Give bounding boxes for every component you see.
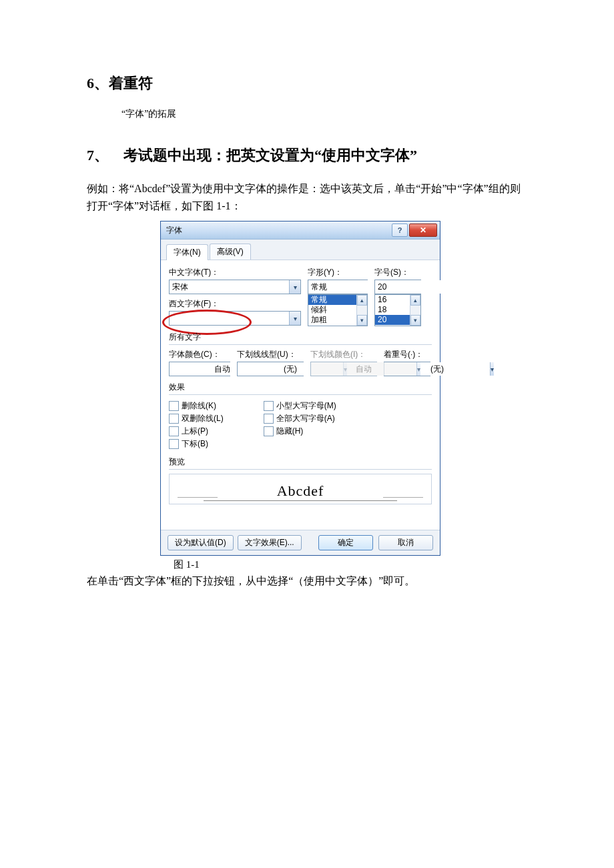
font-size-input-wrap[interactable] [374,280,421,294]
checkbox-label: 小型大写字母(M) [276,400,336,412]
figure-caption: 图 1-1 [174,558,440,571]
section-6-note: “字体”的拓展 [121,108,527,120]
chevron-down-icon[interactable]: ▾ [490,362,494,376]
checkbox-icon[interactable] [169,439,179,449]
heading-section-6: 6、着重符 [87,73,527,93]
label-font-color: 字体颜色(C)： [169,349,230,360]
cancel-button[interactable]: 取消 [378,535,433,550]
checkbox-icon[interactable] [264,414,274,424]
tab-font[interactable]: 字体(N) [166,244,208,260]
help-button[interactable]: ? [392,224,408,237]
font-style-listbox[interactable]: 常规 倾斜 加粗 ▴ ▾ [308,294,368,326]
tab-advanced[interactable]: 高级(V) [210,244,251,260]
label-western-font: 西文字体(F)： [169,298,301,310]
checkbox-icon[interactable] [169,414,179,424]
dialog-titlebar: 字体 ? ✕ [161,222,440,240]
checkbox-label: 全部大写字母(A) [276,413,335,424]
label-font-size: 字号(S)： [374,267,421,278]
checkbox-icon[interactable] [264,401,274,411]
divider [169,469,432,470]
western-font-combo[interactable]: ▾ [169,311,301,326]
font-size-listbox[interactable]: 16 18 20 ▴ ▾ [374,294,421,326]
preview-text: Abcdef [204,482,398,501]
checkbox-label: 删除线(K) [182,400,216,412]
label-emphasis-mark: 着重号(·)： [384,349,430,360]
underline-color-input [311,362,416,376]
label-font-style: 字形(Y)： [308,267,368,278]
divider [169,394,432,395]
underline-color-combo[interactable]: ▾ [310,362,377,376]
western-font-input[interactable] [170,312,289,325]
checkbox-superscript[interactable]: 上标(P) [169,426,224,437]
checkbox-hidden[interactable]: 隐藏(H) [264,426,336,437]
close-button[interactable]: ✕ [409,224,437,237]
group-all-text: 所有文字 [169,332,201,342]
label-underline-color: 下划线颜色(I)： [310,349,377,360]
preview-box: Abcdef [169,474,432,504]
paragraph-intro: 例如：将“Abcdef”设置为使用中文字体的操作是：选中该英文后，单击“开始”中… [87,180,527,214]
font-dialog: 字体 ? ✕ 字体(N) 高级(V) 中文字体(T)： ▾ [160,221,440,556]
set-default-button[interactable]: 设为默认值(D) [168,535,234,550]
checkbox-icon[interactable] [169,401,179,411]
group-effects: 效果 [169,382,185,392]
heading-section-7: 7、 考试题中出现：把英文设置为“使用中文字体” [87,145,527,165]
chevron-down-icon[interactable]: ▾ [289,280,300,294]
paragraph-after: 在单击“西文字体”框的下拉按钮，从中选择“（使用中文字体）”即可。 [87,572,527,590]
chevron-down-icon: ▾ [416,362,420,376]
scroll-up-icon[interactable]: ▴ [357,295,367,306]
scroll-down-icon[interactable]: ▾ [357,315,367,326]
checkbox-strikethrough[interactable]: 删除线(K) [169,400,224,412]
label-chinese-font: 中文字体(T)： [169,267,301,278]
preview-line [383,497,423,498]
checkbox-icon[interactable] [264,426,274,436]
font-color-combo[interactable]: ▾ [169,362,230,376]
group-preview: 预览 [169,457,185,466]
underline-style-combo[interactable]: ▾ [237,362,304,376]
checkbox-label: 双删除线(L) [182,413,224,424]
scrollbar[interactable]: ▴ ▾ [410,295,420,326]
text-effects-button[interactable]: 文字效果(E)... [238,535,302,550]
divider [169,344,432,345]
chinese-font-input[interactable] [170,280,289,294]
checkbox-all-caps[interactable]: 全部大写字母(A) [264,413,336,424]
checkbox-double-strikethrough[interactable]: 双删除线(L) [169,413,224,424]
scroll-down-icon[interactable]: ▾ [410,315,420,326]
checkbox-small-caps[interactable]: 小型大写字母(M) [264,400,336,412]
checkbox-label: 下标(B) [182,438,208,450]
chevron-down-icon[interactable]: ▾ [289,312,300,325]
chinese-font-combo[interactable]: ▾ [169,280,301,294]
checkbox-subscript[interactable]: 下标(B) [169,438,224,450]
scroll-up-icon[interactable]: ▴ [410,295,420,306]
checkbox-label: 隐藏(H) [276,426,304,437]
font-size-input[interactable] [375,280,481,294]
preview-line [178,497,218,498]
scrollbar[interactable]: ▴ ▾ [356,295,367,326]
checkbox-icon[interactable] [169,426,179,436]
dialog-title: 字体 [166,225,182,236]
ok-button[interactable]: 确定 [318,535,373,550]
label-underline-style: 下划线线型(U)： [237,349,304,360]
font-style-input-wrap[interactable] [308,280,368,294]
checkbox-label: 上标(P) [182,426,208,437]
